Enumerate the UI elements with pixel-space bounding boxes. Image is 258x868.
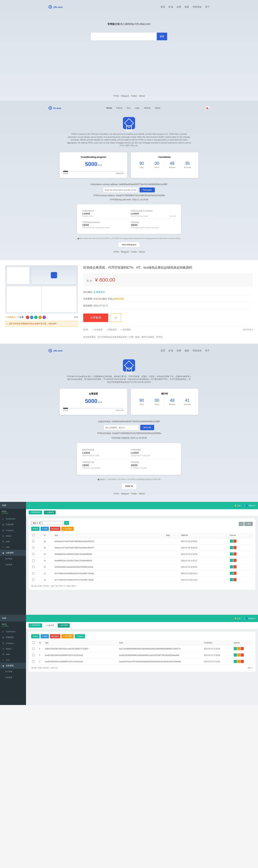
delete-icon[interactable] — [233, 539, 236, 543]
buy-button[interactable]: 立即购买 — [83, 313, 108, 322]
edit-icon[interactable] — [237, 660, 240, 663]
row-checkbox[interactable] — [32, 553, 35, 555]
sidebar-item[interactable]: ⚙Auth — [0, 652, 26, 657]
home-icon[interactable]: ⌂ — [29, 617, 30, 619]
nav-airdrop[interactable]: 空投活动 — [192, 5, 201, 8]
sidebar-item[interactable]: ⊡Addon — [0, 533, 26, 539]
sidebar-item[interactable]: ◉业务管理 — [0, 550, 26, 556]
view-icon[interactable] — [234, 660, 237, 663]
select-all-checkbox[interactable] — [32, 534, 35, 536]
wallet-button[interactable]: 👛 — [205, 106, 210, 110]
crumb-sub[interactable]: × 认购管理 — [44, 623, 56, 627]
sidebar-item[interactable]: ⚙Auth — [0, 539, 26, 544]
sidebar-subitem[interactable]: 认购管理 — [0, 675, 26, 681]
row-checkbox[interactable] — [32, 559, 35, 562]
row-checkbox[interactable] — [32, 547, 35, 549]
pagination[interactable]: 显示第 1 到第 7 条记录，总共 7 条 | Prev | 1 | Next … — [31, 585, 253, 587]
share-more-icon[interactable] — [42, 316, 46, 319]
row-checkbox[interactable] — [32, 579, 35, 581]
delete-icon[interactable] — [233, 572, 236, 575]
sidebar-subitem[interactable]: 认购管理 — [0, 562, 26, 568]
participate-button[interactable]: 参与认购 — [140, 425, 154, 430]
tool-button[interactable]: ✚ Add — [31, 527, 40, 531]
sidebar-subitem[interactable]: 用户管理 — [0, 556, 26, 562]
crumb-dashboard[interactable]: ⌂ Dashboard — [29, 623, 42, 627]
sidebar-item[interactable]: ⊟Category — [0, 641, 26, 646]
delete-icon[interactable] — [233, 565, 236, 568]
demo-link[interactable]: Q 查看演示 — [94, 291, 105, 293]
nav-airdrop[interactable]: Airdrop — [144, 107, 150, 109]
search-input[interactable] — [91, 33, 157, 40]
tool-button[interactable]: ✎ Edit — [41, 634, 49, 638]
crumb-dashboard[interactable]: ⌂ Dashboard — [29, 510, 42, 515]
select-all-checkbox[interactable] — [32, 642, 35, 644]
sidebar-item[interactable]: ▸Dashboard — [0, 629, 26, 634]
quantity-input[interactable] — [103, 187, 138, 192]
topbar-right[interactable]: 🔔 | ⊕ | 🌐 | 👤 Admin ▾ — [234, 504, 255, 507]
topbar-right[interactable]: 🔔 | ⊕ | 🌐 | 👤 Admin ▾ — [234, 617, 255, 620]
tool-button[interactable]: ✚ Add — [31, 634, 40, 638]
favorite-link[interactable]: ☆收藏商品 — [5, 316, 15, 319]
delete-icon[interactable] — [241, 653, 244, 656]
tool-button[interactable]: ⇩ 导出数据 — [61, 634, 74, 638]
logo[interactable]: fn.one — [48, 106, 61, 110]
row-checkbox[interactable] — [32, 654, 35, 656]
nav-loan[interactable]: 借贷 — [184, 5, 189, 8]
view-icon[interactable] — [234, 647, 237, 650]
participate-button[interactable]: Participate — [140, 187, 155, 192]
sidebar-item[interactable]: ▸Dashboard — [0, 516, 26, 522]
thumb-image[interactable] — [5, 265, 78, 314]
tool-button[interactable]: ⊡ — [239, 522, 244, 526]
column-header[interactable]: Operate — [229, 533, 253, 538]
edit-icon[interactable] — [230, 578, 233, 581]
row-checkbox[interactable] — [32, 572, 35, 575]
edit-icon[interactable] — [230, 565, 233, 568]
row-checkbox[interactable] — [32, 660, 35, 663]
edit-icon[interactable] — [237, 647, 240, 650]
delete-icon[interactable] — [241, 660, 244, 663]
cart-button[interactable]: 🛒 — [111, 313, 121, 322]
sidebar-item[interactable]: ⊡Addon — [0, 646, 26, 652]
sidebar-item[interactable]: ⊟Category — [0, 528, 26, 533]
delete-icon[interactable] — [233, 552, 236, 556]
delete-icon[interactable] — [233, 546, 236, 549]
edit-icon[interactable] — [230, 546, 233, 549]
search-field-select[interactable]: 地址 ▾ — [31, 521, 41, 525]
sidebar-item[interactable]: ≡user — [0, 544, 26, 550]
home-icon[interactable]: ⌂ — [29, 504, 30, 506]
nav-loan[interactable]: Loan — [135, 107, 139, 109]
nav-pool[interactable]: 矿池 — [169, 5, 173, 8]
view-icon[interactable] — [234, 653, 237, 656]
nav-farms[interactable]: Farms — [116, 107, 122, 109]
nav-loan[interactable]: 借贷 — [184, 349, 189, 352]
row-checkbox[interactable] — [32, 648, 35, 650]
search-button[interactable]: ⊙ — [64, 521, 69, 525]
nav-home[interactable]: 首页 — [160, 5, 165, 8]
share-wechat-icon[interactable] — [34, 316, 38, 319]
edit-icon[interactable] — [230, 572, 233, 575]
delete-icon[interactable] — [233, 578, 236, 581]
tool-button[interactable]: ⇩ 导出数据 — [61, 527, 74, 531]
logo[interactable]: yfn.one — [48, 5, 63, 9]
tool-button[interactable]: ✎ Edit — [41, 527, 49, 531]
column-header[interactable]: 地址 — [44, 640, 118, 646]
column-header[interactable]: Createtime — [203, 640, 232, 646]
edit-icon[interactable] — [230, 559, 233, 562]
column-header[interactable]: Id — [43, 533, 53, 538]
nav-gov[interactable]: Gov — [126, 107, 131, 109]
edit-icon[interactable] — [237, 653, 240, 656]
tool-button[interactable]: ✖ Delete — [50, 527, 60, 531]
view-pool-button[interactable]: View mining pool — [118, 242, 140, 247]
sidebar-item[interactable]: ◉业务管理 — [0, 663, 26, 669]
column-header[interactable]: Operate — [232, 640, 253, 646]
sidebar-subitem[interactable]: 用户管理 — [0, 669, 26, 675]
nav-gov[interactable]: 治理 — [177, 5, 181, 8]
share-qzone-icon[interactable] — [30, 316, 33, 319]
column-header[interactable]: 地址 — [53, 533, 165, 538]
sidebar-item[interactable]: ⊞常规管理 — [0, 522, 26, 528]
view-pool-button[interactable]: 查看矿池 — [121, 483, 137, 489]
nav-gov[interactable]: 治理 — [177, 349, 181, 352]
delete-icon[interactable] — [233, 559, 236, 562]
crumb-sub[interactable]: × 认购管理 — [44, 510, 56, 515]
nav-airdrop[interactable]: 空投活动 — [192, 349, 201, 352]
